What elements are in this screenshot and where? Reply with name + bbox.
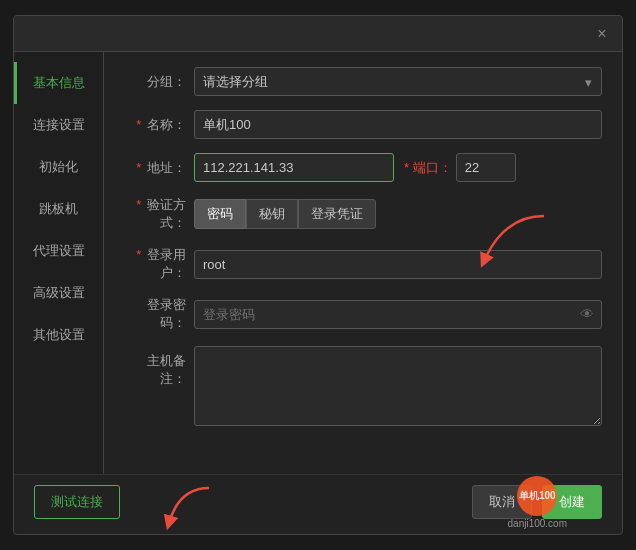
group-select[interactable]: 请选择分组 [194,67,602,96]
port-label: * 端口： [404,159,452,177]
sidebar-item-basic[interactable]: 基本信息 [14,62,103,104]
auth-key-btn[interactable]: 秘钥 [246,199,298,229]
required-star2: * [136,160,141,175]
note-textarea[interactable] [194,346,602,426]
auth-password-btn[interactable]: 密码 [194,199,246,229]
group-select-wrapper: 请选择分组 [194,67,602,96]
sidebar-item-connection[interactable]: 连接设置 [14,104,103,146]
sidebar-item-init[interactable]: 初始化 [14,146,103,188]
sidebar-item-other[interactable]: 其他设置 [14,314,103,356]
password-label: 登录密码： [124,296,194,332]
required-star3: * [136,197,141,212]
user-input[interactable] [194,250,602,279]
auth-row: * 验证方式： 密码 秘钥 登录凭证 [124,196,602,232]
password-wrapper: 👁 [194,300,602,329]
auth-credential-btn[interactable]: 登录凭证 [298,199,376,229]
group-label: 分组： [124,73,194,91]
required-star: * [136,117,141,132]
port-input[interactable] [456,153,516,182]
auth-label: * 验证方式： [124,196,194,232]
port-wrapper: * 端口： [404,153,516,182]
watermark-url: danji100.com [508,518,567,529]
sidebar-item-proxy[interactable]: 代理设置 [14,230,103,272]
password-input[interactable] [194,300,602,329]
addr-row: * 地址： * 端口： [124,153,602,182]
eye-icon[interactable]: 👁 [580,306,594,322]
password-row: 登录密码： 👁 [124,296,602,332]
sidebar-item-jumphost[interactable]: 跳板机 [14,188,103,230]
name-input[interactable] [194,110,602,139]
close-button[interactable]: × [592,24,612,44]
note-label: 主机备注： [124,346,194,388]
title-bar: × [14,16,622,52]
main-dialog: × 基本信息 连接设置 初始化 跳板机 代理设置 高级设置 其他设置 分组： 请… [13,15,623,535]
sidebar: 基本信息 连接设置 初始化 跳板机 代理设置 高级设置 其他设置 [14,52,104,474]
note-row: 主机备注： [124,346,602,426]
dialog-body: 基本信息 连接设置 初始化 跳板机 代理设置 高级设置 其他设置 分组： 请选择… [14,52,622,474]
name-row: * 名称： [124,110,602,139]
user-row: * 登录用户： [124,246,602,282]
sidebar-item-advanced[interactable]: 高级设置 [14,272,103,314]
watermark: 单机100 danji100.com [508,476,567,529]
content-area: 分组： 请选择分组 * 名称： * 地址： [104,52,622,474]
addr-input[interactable] [194,153,394,182]
required-star4: * [136,247,141,262]
group-row: 分组： 请选择分组 [124,67,602,96]
watermark-logo: 单机100 [517,476,557,516]
name-label: * 名称： [124,116,194,134]
auth-group: 密码 秘钥 登录凭证 [194,199,376,229]
addr-label: * 地址： [124,159,194,177]
test-connection-button[interactable]: 测试连接 [34,485,120,519]
user-label: * 登录用户： [124,246,194,282]
